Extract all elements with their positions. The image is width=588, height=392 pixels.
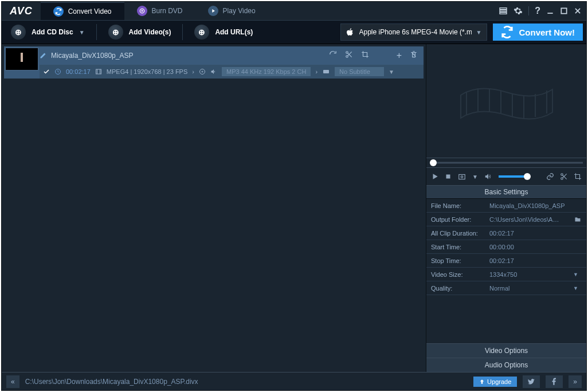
stop-icon[interactable] [445,173,452,180]
close-icon[interactable] [574,7,582,15]
expand-icon[interactable]: › [192,68,194,75]
video-list: Micayala_DivX1080p_ASP + [2,44,426,372]
add-cd-button[interactable]: ⊕ Add CD Disc ▼ [5,22,91,42]
separator [96,24,97,40]
edit-icon[interactable] [40,52,46,59]
seek-bar[interactable] [426,158,586,168]
video-codec: MPEG4 | 1920x768 | 23 FPS [107,68,187,75]
volume-icon[interactable] [484,173,493,181]
button-label: Add URL(s) [215,28,253,36]
video-options-button[interactable]: Video Options [426,343,586,358]
duration: 00:02:17 [66,68,91,75]
crop-icon[interactable] [574,173,582,181]
file-path: C:\Users\Jon\Downloads\Micayala_DivX1080… [25,378,468,386]
value[interactable]: 00:02:17 [489,257,586,264]
row-start-time: Start Time: 00:00:00 [426,240,586,254]
link-icon[interactable] [546,173,554,181]
facebook-button[interactable] [546,375,563,388]
profile-label: Apple iPhone 6s MPEG-4 Movie (*.m… [359,28,472,36]
svg-point-17 [199,69,205,75]
video-item[interactable]: Micayala_DivX1080p_ASP + [4,46,424,79]
video-thumbnail[interactable] [5,48,38,70]
button-label: Add Video(s) [129,28,171,36]
row-output-folder: Output Folder: C:\Users\Jon\Videos\A… [426,213,586,226]
film-icon [95,68,102,75]
play-icon[interactable] [431,173,439,181]
folder-icon[interactable] [574,216,582,223]
row-quality[interactable]: Quality: Normal▼ [426,281,586,295]
chevron-down-icon[interactable]: ▼ [472,174,478,180]
collapse-button[interactable]: « [6,375,19,388]
svg-rect-4 [500,13,507,14]
tab-label: Play Video [223,7,256,15]
label: Output Folder: [426,216,489,223]
value[interactable]: C:\Users\Jon\Videos\A… [489,216,586,223]
tab-play-video[interactable]: Play Video [195,2,268,20]
tab-label: Convert Video [68,7,112,15]
label: Video Size: [426,271,489,278]
audio-options-button[interactable]: Audio Options [426,358,586,372]
profile-selector[interactable]: Apple iPhone 6s MPEG-4 Movie (*.m… ▼ [340,23,487,41]
volume-slider[interactable] [499,175,530,178]
main-tabs: Convert Video Burn DVD Play Video [41,2,499,20]
button-label: Add CD Disc [32,28,73,36]
subtitle-info[interactable]: No Subtitle [335,67,384,76]
svg-rect-28 [446,175,450,179]
delete-icon[interactable] [410,50,418,58]
chevron-down-icon: ▼ [570,285,582,291]
upgrade-button[interactable]: Upgrade [473,377,517,387]
label: Quality: [426,285,489,292]
audio-info[interactable]: MP3 44 KHz 192 Kbps 2 CH [222,67,311,76]
crop-icon[interactable] [361,50,369,58]
svg-rect-29 [459,175,465,179]
value: Normal▼ [489,285,586,292]
toolbar: ⊕ Add CD Disc ▼ ⊕ Add Video(s) ⊕ Add URL… [2,20,586,44]
playback-controls: ▼ [426,168,586,185]
disc-icon [137,6,147,16]
label: File Name: [426,202,489,209]
svg-point-30 [461,176,463,178]
value[interactable]: 00:00:00 [489,244,586,250]
tab-convert-video[interactable]: Convert Video [41,2,124,20]
row-video-size[interactable]: Video Size: 1334x750▼ [426,268,586,281]
row-stop-time: Stop Time: 00:02:17 [426,254,586,268]
play-icon [208,6,218,16]
label: Stop Time: [426,257,489,264]
preview-area [426,44,586,158]
twitter-icon [527,378,535,386]
add-urls-button[interactable]: ⊕ Add URL(s) [189,22,258,42]
convert-button[interactable]: Convert Now! [493,23,583,41]
minimize-icon[interactable] [546,7,554,15]
twitter-button[interactable] [523,375,540,388]
svg-rect-14 [96,69,101,74]
value[interactable]: Micayala_DivX1080p_ASP [489,202,586,209]
help-icon[interactable]: ? [535,6,540,16]
snapshot-icon[interactable] [457,173,467,181]
svg-rect-3 [500,10,507,12]
cut-icon[interactable] [560,173,568,181]
check-icon[interactable] [43,68,50,75]
tab-burn-dvd[interactable]: Burn DVD [124,2,195,20]
options-icon[interactable] [499,6,508,15]
sync-icon [501,26,513,38]
expand-button[interactable]: » [569,375,582,388]
svg-rect-6 [561,8,566,13]
label: All Clip Duration: [426,230,489,237]
globe-plus-icon: ⊕ [194,25,209,40]
apple-icon [346,28,355,37]
chevron-down-icon[interactable]: ▼ [389,69,394,75]
value: 00:02:17 [489,230,586,237]
add-videos-button[interactable]: ⊕ Add Video(s) [103,22,177,42]
maximize-icon[interactable] [560,7,568,15]
cut-icon[interactable] [345,50,353,58]
gear-icon[interactable] [513,6,523,15]
expand-icon[interactable]: › [315,68,317,75]
svg-point-1 [142,10,143,11]
app-window: AVC Convert Video Burn DVD Play Video [1,1,587,391]
seek-knob[interactable] [430,159,437,166]
volume-icon [210,68,217,75]
video-name: Micayala_DivX1080p_ASP [51,52,133,60]
add-icon[interactable]: + [397,50,402,61]
refresh-icon[interactable] [329,50,337,58]
facebook-icon [550,378,558,386]
